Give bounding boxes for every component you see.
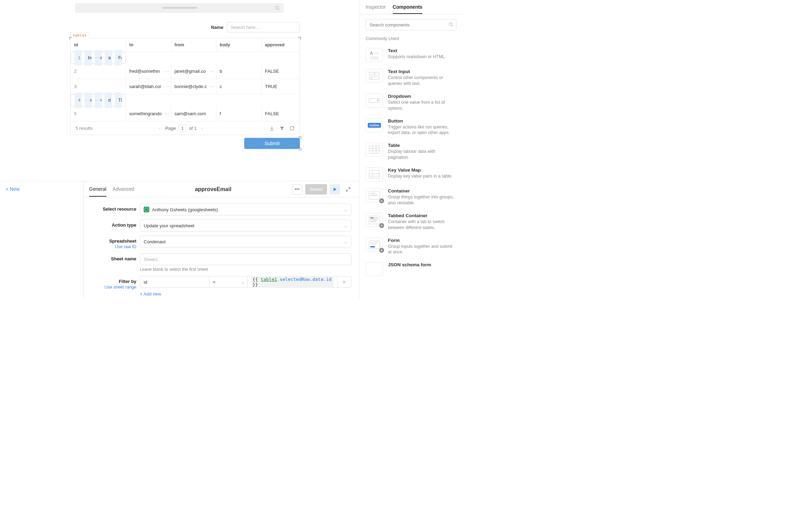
component-item[interactable]: +FormGroup inputs together and submit at…: [366, 234, 456, 259]
table-row[interactable]: 2fred@somethin⋯janet@gmail.co⋯bFALSE: [71, 64, 300, 79]
tab-advanced[interactable]: Advanced: [113, 182, 134, 197]
cell: bob@condenas: [85, 50, 92, 65]
sheetname-label: Sheet name: [91, 253, 136, 261]
column-header[interactable]: to: [126, 38, 171, 52]
cell: b: [216, 64, 261, 79]
filter-operator-select[interactable]: =⌄: [209, 276, 248, 288]
spreadsheet-select[interactable]: Condenast ⌄: [140, 236, 351, 247]
cell: f: [216, 106, 261, 121]
chevron-down-icon: ⌄: [344, 239, 348, 244]
table-component[interactable]: table1 idtofrombodyapproved 1bob@condena…: [70, 38, 300, 135]
component-title: Dropdown: [388, 94, 456, 99]
page-prev[interactable]: ‹: [157, 125, 162, 132]
cell: TRUE: [115, 93, 122, 108]
components-search-input[interactable]: [366, 19, 456, 30]
cell: 1: [74, 50, 82, 65]
tab-components[interactable]: Components: [393, 4, 423, 14]
cell: janet@gmail.co⋯: [171, 64, 216, 79]
component-item[interactable]: TableDisplay tabular data with paginatio…: [366, 139, 456, 164]
use-sheet-range-link[interactable]: Use sheet range: [91, 285, 136, 290]
svg-rect-4: [369, 146, 380, 153]
component-item[interactable]: ATextSupports markdown or HTML.: [366, 45, 456, 65]
component-item[interactable]: JSON schema form: [366, 259, 456, 279]
cell: a: [105, 50, 112, 65]
component-title: Text: [388, 48, 446, 53]
dropdown-icon: ▾: [366, 94, 383, 108]
svg-point-0: [276, 6, 278, 9]
pager: ‹ Page 1 of 1 ›: [93, 124, 269, 132]
tab-inspector[interactable]: Inspector: [366, 4, 386, 14]
resource-select[interactable]: Anthony Gsheets (googlesheets) ⌄: [140, 204, 351, 215]
table-row[interactable]: 4gretta@gmail.co⋯evalu@tor.com⋯dTRUE: [71, 94, 126, 106]
component-item[interactable]: ▾DropdownSelect one value from a list of…: [366, 90, 456, 115]
expand-button[interactable]: [343, 184, 353, 195]
component-item[interactable]: IText InputControl other components or q…: [366, 65, 456, 90]
table-row[interactable]: 3sarah@blah.cor⋯bonnie@clyde.c⋯cTRUE: [71, 79, 300, 94]
component-item[interactable]: +ContainerGroup things together into gro…: [366, 185, 456, 210]
component-desc: Container with a tab to switch between d…: [388, 219, 456, 231]
download-icon[interactable]: [269, 126, 274, 131]
component-item[interactable]: ActionButtonTrigger actions like run que…: [366, 115, 456, 140]
svg-point-2: [449, 23, 452, 25]
name-label: Name: [211, 25, 223, 30]
component-title: Button: [388, 118, 456, 124]
cell: FALSE: [261, 64, 300, 79]
column-header[interactable]: approved: [261, 38, 300, 52]
filter-remove-button[interactable]: ✕: [337, 276, 351, 288]
filter-column-input[interactable]: id: [140, 276, 209, 288]
chevron-down-icon: ⌄: [344, 223, 348, 228]
tab-general[interactable]: General: [89, 182, 106, 197]
name-input[interactable]: [227, 22, 300, 32]
cell: TRUE: [261, 79, 300, 94]
action-label: Action type: [91, 220, 136, 228]
saved-button[interactable]: Saved: [305, 184, 327, 195]
search-icon: [275, 6, 280, 10]
component-title: Text Input: [388, 69, 456, 74]
component-desc: Supports markdown or HTML.: [388, 54, 446, 60]
column-header[interactable]: body: [216, 38, 261, 52]
component-title: Key Value Map: [388, 167, 453, 173]
column-header[interactable]: id: [71, 38, 126, 52]
tabbed-icon: +: [366, 213, 383, 227]
page-num[interactable]: 1: [178, 124, 186, 132]
component-desc: Select one value from a list of options.: [388, 100, 456, 111]
svg-line-3: [452, 25, 453, 26]
table-icon: [366, 143, 383, 157]
textinput-icon: I: [366, 69, 383, 83]
add-filter-button[interactable]: + Add new: [140, 291, 161, 297]
component-title: JSON schema form: [388, 262, 431, 267]
commonly-used-heading: Commonly Used: [366, 36, 456, 41]
cell: FALSE: [115, 50, 122, 65]
more-button[interactable]: •••: [292, 184, 302, 195]
cell: sam@sam.com: [171, 106, 216, 121]
cell: 4: [74, 93, 82, 108]
component-item[interactable]: +Tabbed ContainerContainer with a tab to…: [366, 210, 456, 234]
component-item[interactable]: Key Value MapDisplay key value pairs in …: [366, 164, 456, 185]
use-raw-id-link[interactable]: Use raw ID: [91, 244, 136, 249]
container-icon: +: [366, 188, 383, 202]
kvmap-icon: [366, 167, 383, 181]
button-icon: Action: [366, 118, 383, 132]
right-sidebar: Inspector Components Commonly Used AText…: [359, 0, 463, 299]
new-query-button[interactable]: + New: [6, 186, 19, 192]
global-search[interactable]: [75, 3, 284, 13]
canvas: Name table1 idtofrombodyapproved 1bob@co…: [0, 16, 359, 181]
action-select[interactable]: Update your spreadsheet ⌄: [140, 220, 351, 231]
topbar: [0, 0, 359, 16]
cell: george@gmail.c⋯: [95, 50, 102, 65]
submit-button[interactable]: Submit: [244, 138, 300, 149]
table-row[interactable]: 5somethingrando⋯sam@sam.comfFALSE: [71, 106, 300, 121]
component-tag: table1: [70, 32, 89, 38]
filterby-label: Filter by: [119, 279, 136, 284]
sheetname-input[interactable]: [140, 253, 351, 265]
chevron-down-icon: ⌄: [241, 279, 245, 285]
page-next[interactable]: ›: [199, 125, 205, 132]
filter-value-input[interactable]: {{ table1.selectedRow.data.id }}: [248, 276, 337, 288]
refresh-icon[interactable]: [289, 126, 295, 131]
run-button[interactable]: [330, 184, 340, 195]
table-row[interactable]: 1bob@condenasgeorge@gmail.c⋯aFALSE: [71, 52, 126, 64]
column-header[interactable]: from: [171, 38, 216, 52]
cell: 5: [71, 106, 126, 121]
filter-icon[interactable]: [279, 126, 285, 131]
chevron-down-icon: ⌄: [344, 207, 348, 212]
